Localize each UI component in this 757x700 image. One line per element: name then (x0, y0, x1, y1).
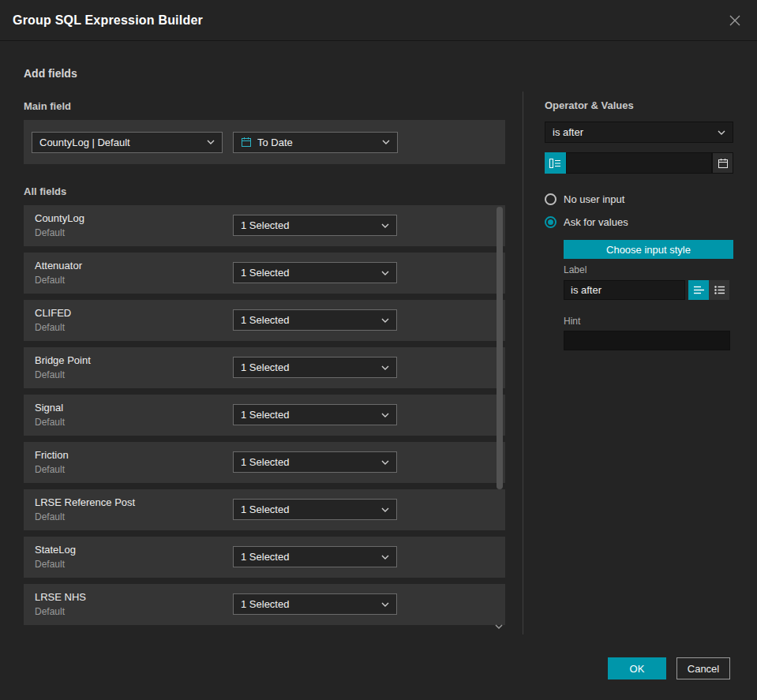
chevron-down-icon (381, 413, 389, 417)
field-name: Attenuator (35, 260, 82, 271)
label-caption: Label (564, 264, 586, 275)
field-type: Default (35, 606, 65, 617)
field-name: CountyLog (35, 212, 84, 224)
field-selected-value: 1 Selected (241, 314, 375, 326)
chevron-down-icon (382, 140, 390, 144)
radio-no-user-input[interactable]: No user input (545, 193, 624, 205)
value-field-button[interactable] (545, 152, 566, 174)
radio-ask-for-values[interactable]: Ask for values (545, 216, 628, 228)
close-icon[interactable] (725, 11, 744, 30)
field-selected-dropdown[interactable]: 1 Selected (233, 309, 397, 331)
dialog-title: Group SQL Expression Builder (13, 13, 203, 28)
main-field-dropdown[interactable]: CountyLog | Default (32, 132, 223, 153)
radio-circle-icon (545, 193, 557, 205)
label-input[interactable] (564, 280, 685, 300)
chevron-down-icon (207, 140, 215, 144)
field-row: LRSE NHS Default 1 Selected (24, 584, 505, 625)
choose-input-style-button[interactable]: Choose input style (564, 240, 733, 259)
cancel-button[interactable]: Cancel (676, 657, 730, 679)
field-selected-value: 1 Selected (241, 551, 375, 563)
all-fields-label: All fields (24, 185, 66, 197)
field-name: Friction (35, 449, 69, 461)
date-field-dropdown-value: To Date (257, 137, 376, 148)
label-input-group (564, 280, 729, 300)
chevron-down-icon (381, 555, 389, 560)
align-left-icon (694, 286, 704, 294)
field-row: Signal Default 1 Selected (24, 395, 505, 436)
field-type: Default (35, 464, 65, 475)
chevron-down-icon (381, 271, 389, 275)
field-lines-icon (549, 159, 561, 168)
field-selected-value: 1 Selected (241, 409, 375, 421)
value-input-group (545, 152, 733, 174)
field-type: Default (35, 322, 65, 333)
chevron-down-icon (718, 130, 725, 135)
field-selected-dropdown[interactable]: 1 Selected (233, 404, 397, 425)
add-fields-heading: Add fields (24, 67, 77, 80)
field-type: Default (35, 559, 65, 570)
field-selected-value: 1 Selected (241, 361, 375, 373)
main-field-label: Main field (24, 100, 71, 112)
date-field-dropdown[interactable]: To Date (233, 132, 398, 153)
field-selected-dropdown[interactable]: 1 Selected (233, 262, 397, 283)
list-icon (714, 286, 725, 294)
calendar-icon (241, 137, 252, 148)
chevron-down-icon (381, 460, 389, 465)
main-field-dropdown-value: CountyLog | Default (39, 137, 200, 148)
field-type: Default (35, 275, 65, 286)
scroll-down-icon[interactable] (494, 619, 504, 633)
hint-input[interactable] (564, 331, 730, 350)
value-input[interactable] (566, 152, 712, 174)
field-type: Default (35, 511, 65, 522)
field-name: LRSE NHS (35, 591, 86, 603)
chevron-down-icon (381, 365, 389, 370)
field-selected-value: 1 Selected (241, 503, 375, 515)
field-selected-dropdown[interactable]: 1 Selected (233, 499, 397, 520)
chevron-down-icon (381, 602, 389, 607)
field-selected-dropdown[interactable]: 1 Selected (233, 546, 397, 567)
field-type: Default (35, 369, 65, 380)
operator-dropdown[interactable]: is after (545, 122, 733, 143)
field-row: Bridge Point Default 1 Selected (24, 347, 505, 388)
radio-selected-icon (545, 216, 557, 228)
ok-button[interactable]: OK (608, 657, 666, 679)
field-name: LRSE Reference Post (35, 496, 135, 508)
field-row: CLIFED Default 1 Selected (24, 300, 505, 341)
single-input-style-button[interactable] (688, 280, 709, 300)
field-name: Bridge Point (35, 354, 91, 366)
field-name: Signal (35, 402, 63, 414)
field-row: Friction Default 1 Selected (24, 442, 505, 483)
operator-dropdown-value: is after (553, 126, 711, 138)
scrollbar-thumb[interactable] (497, 207, 503, 489)
field-name: CLIFED (35, 307, 71, 319)
field-row: LRSE Reference Post Default 1 Selected (24, 489, 505, 530)
chevron-down-icon (381, 318, 389, 323)
chevron-down-icon (381, 507, 389, 512)
field-selected-value: 1 Selected (241, 456, 375, 468)
all-fields-list: CountyLog Default 1 Selected Attenuator … (24, 205, 505, 631)
field-type: Default (35, 417, 65, 428)
field-row: StateLog Default 1 Selected (24, 537, 505, 578)
radio-ask-for-values-label: Ask for values (564, 216, 628, 228)
column-divider (523, 92, 523, 634)
field-selected-value: 1 Selected (241, 219, 375, 231)
radio-no-user-input-label: No user input (564, 193, 624, 205)
operator-values-label: Operator & Values (545, 99, 634, 111)
main-field-panel: CountyLog | Default To Date (24, 120, 505, 164)
field-selected-dropdown[interactable]: 1 Selected (233, 451, 397, 473)
chevron-down-icon (381, 223, 389, 228)
list-input-style-button[interactable] (709, 280, 729, 300)
field-selected-dropdown[interactable]: 1 Selected (233, 593, 397, 615)
field-selected-value: 1 Selected (241, 267, 375, 279)
hint-caption: Hint (564, 316, 580, 327)
field-row: CountyLog Default 1 Selected (24, 205, 505, 246)
field-row: Attenuator Default 1 Selected (24, 253, 505, 294)
calendar-icon (718, 158, 729, 169)
field-type: Default (35, 227, 65, 238)
field-selected-value: 1 Selected (241, 598, 375, 610)
calendar-button[interactable] (712, 152, 733, 174)
field-selected-dropdown[interactable]: 1 Selected (233, 357, 397, 378)
field-name: StateLog (35, 544, 76, 556)
field-selected-dropdown[interactable]: 1 Selected (233, 215, 397, 236)
dialog-header: Group SQL Expression Builder (0, 0, 757, 41)
